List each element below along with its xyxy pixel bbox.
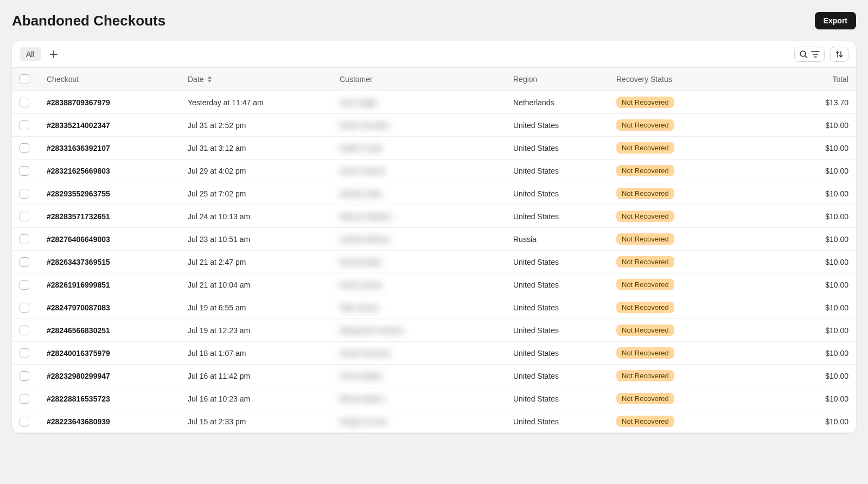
customer-cell[interactable]: Justine Belova xyxy=(332,228,506,250)
table-row[interactable]: #28283571732651Jul 24 at 10:13 amMarcus … xyxy=(12,205,856,228)
checkout-id-cell[interactable]: #28263437369515 xyxy=(39,251,180,273)
page-header: Abandoned Checkouts Export xyxy=(12,12,856,29)
row-checkbox[interactable] xyxy=(20,257,29,267)
status-badge: Not Recovered xyxy=(616,393,674,404)
row-checkbox[interactable] xyxy=(20,371,29,381)
checkout-id: #28293552963755 xyxy=(47,189,110,198)
customer-cell[interactable]: Daniel Stevens xyxy=(332,342,506,364)
checkout-id-cell[interactable]: #28261916999851 xyxy=(39,273,180,296)
total-cell: $10.00 xyxy=(717,137,856,159)
region-cell: United States xyxy=(506,205,609,227)
table-row[interactable]: #28263437369515Jul 21 at 2:47 pmDarrell … xyxy=(12,251,856,273)
table-row[interactable]: #28232980299947Jul 16 at 11:42 pmChris W… xyxy=(12,365,856,387)
table-row[interactable]: #28331636392107Jul 31 at 3:12 amKaitlin … xyxy=(12,137,856,160)
search-filter-button[interactable] xyxy=(794,47,825,62)
table-row[interactable]: #28240016375979Jul 18 at 1:07 amDaniel S… xyxy=(12,342,856,365)
row-checkbox[interactable] xyxy=(20,166,29,176)
row-checkbox[interactable] xyxy=(20,280,29,290)
header-total[interactable]: Total xyxy=(717,74,856,84)
customer-name: Darrell Miles xyxy=(340,258,382,266)
checkout-id-cell[interactable]: #28321625669803 xyxy=(39,160,180,182)
date-cell: Jul 16 at 11:42 pm xyxy=(180,365,332,387)
tabs-left: All xyxy=(20,47,58,61)
row-checkbox[interactable] xyxy=(20,120,29,130)
customer-cell[interactable]: Telly House xyxy=(332,296,506,319)
table-row[interactable]: #28276406649003Jul 23 at 10:51 amJustine… xyxy=(12,228,856,251)
table-row[interactable]: #28246566830251Jul 19 at 12:23 amMarguer… xyxy=(12,319,856,342)
customer-cell[interactable]: Javier Santos xyxy=(332,160,506,182)
customer-cell[interactable]: Kaitlin Costa xyxy=(332,137,506,159)
checkout-id-cell[interactable]: #28223643680939 xyxy=(39,410,180,432)
checkout-id: #28247970087083 xyxy=(47,303,110,312)
checkout-id-cell[interactable]: #28247970087083 xyxy=(39,296,180,319)
region-cell: United States xyxy=(506,319,609,341)
table-row[interactable]: #28228816535723Jul 16 at 10:23 amElena M… xyxy=(12,387,856,410)
checkout-id-cell[interactable]: #28228816535723 xyxy=(39,387,180,410)
row-checkbox[interactable] xyxy=(20,98,29,107)
total-cell: $10.00 xyxy=(717,410,856,432)
customer-cell[interactable]: Marguerite Jenkins xyxy=(332,319,506,341)
customer-cell[interactable]: Chris Walker xyxy=(332,365,506,387)
table-row[interactable]: #28247970087083Jul 19 at 6:55 amTelly Ho… xyxy=(12,296,856,319)
region-cell: United States xyxy=(506,365,609,387)
row-checkbox[interactable] xyxy=(20,143,29,153)
tabs-row: All xyxy=(12,41,856,68)
row-checkbox[interactable] xyxy=(20,348,29,358)
date-cell: Jul 19 at 6:55 am xyxy=(180,296,332,319)
page-title: Abandoned Checkouts xyxy=(12,12,165,29)
checkout-id-cell[interactable]: #28246566830251 xyxy=(39,319,180,341)
total-cell: $10.00 xyxy=(717,296,856,319)
customer-cell[interactable]: Sam Nagle xyxy=(332,91,506,113)
table-row[interactable]: #28223643680939Jul 15 at 2:33 pmSergio C… xyxy=(12,410,856,433)
header-date[interactable]: Date xyxy=(180,74,332,84)
row-checkbox[interactable] xyxy=(20,189,29,199)
status-badge: Not Recovered xyxy=(616,302,674,313)
select-all-checkbox[interactable] xyxy=(20,74,29,84)
checkout-id-cell[interactable]: #28388709367979 xyxy=(39,91,180,113)
row-checkbox[interactable] xyxy=(20,394,29,404)
checkout-id: #28246566830251 xyxy=(47,326,110,335)
table-row[interactable]: #28261916999851Jul 21 at 10:04 amNoah Ga… xyxy=(12,273,856,296)
table-row[interactable]: #28388709367979Yesterday at 11:47 amSam … xyxy=(12,91,856,114)
row-checkbox[interactable] xyxy=(20,417,29,426)
customer-name: Sam Nagle xyxy=(340,98,377,107)
table-row[interactable]: #28335214002347Jul 31 at 2:52 pmAnita Ca… xyxy=(12,114,856,137)
row-checkbox[interactable] xyxy=(20,234,29,244)
customer-name: Javier Santos xyxy=(340,167,386,175)
checkout-id-cell[interactable]: #28335214002347 xyxy=(39,114,180,136)
checkout-id-cell[interactable]: #28283571732651 xyxy=(39,205,180,227)
status-cell: Not Recovered xyxy=(609,387,717,410)
customer-cell[interactable]: Anita Carvalho xyxy=(332,114,506,136)
header-region[interactable]: Region xyxy=(506,74,609,84)
sort-button[interactable] xyxy=(830,47,848,62)
customer-cell[interactable]: Elena Marino xyxy=(332,387,506,410)
date-cell: Jul 23 at 10:51 am xyxy=(180,228,332,250)
add-view-button[interactable] xyxy=(50,50,58,58)
status-badge: Not Recovered xyxy=(616,416,674,427)
customer-cell[interactable]: Noah Garcia xyxy=(332,273,506,296)
customer-cell[interactable]: Sergio Correa xyxy=(332,410,506,432)
checkout-id-cell[interactable]: #28276406649003 xyxy=(39,228,180,250)
tab-all[interactable]: All xyxy=(20,47,41,61)
table-row[interactable]: #28293552963755Jul 25 at 7:02 pmAubrey H… xyxy=(12,182,856,205)
export-button[interactable]: Export xyxy=(815,12,856,29)
customer-cell[interactable]: Darrell Miles xyxy=(332,251,506,273)
status-cell: Not Recovered xyxy=(609,114,717,136)
header-checkout[interactable]: Checkout xyxy=(39,74,180,84)
row-checkbox[interactable] xyxy=(20,212,29,221)
date-cell: Jul 31 at 2:52 pm xyxy=(180,114,332,136)
row-checkbox[interactable] xyxy=(20,326,29,335)
checkout-id-cell[interactable]: #28232980299947 xyxy=(39,365,180,387)
region-cell: United States xyxy=(506,296,609,319)
checkout-id-cell[interactable]: #28331636392107 xyxy=(39,137,180,159)
customer-cell[interactable]: Aubrey Hale xyxy=(332,182,506,205)
checkout-id-cell[interactable]: #28293552963755 xyxy=(39,182,180,205)
row-checkbox[interactable] xyxy=(20,303,29,313)
checkout-id-cell[interactable]: #28240016375979 xyxy=(39,342,180,364)
table-row[interactable]: #28321625669803Jul 29 at 4:02 pmJavier S… xyxy=(12,160,856,182)
header-recovery-status[interactable]: Recovery Status xyxy=(609,74,717,84)
customer-cell[interactable]: Marcus Martins xyxy=(332,205,506,227)
header-customer[interactable]: Customer xyxy=(332,74,506,84)
row-checkbox-cell xyxy=(12,387,39,410)
customer-name: Telly House xyxy=(340,303,379,312)
